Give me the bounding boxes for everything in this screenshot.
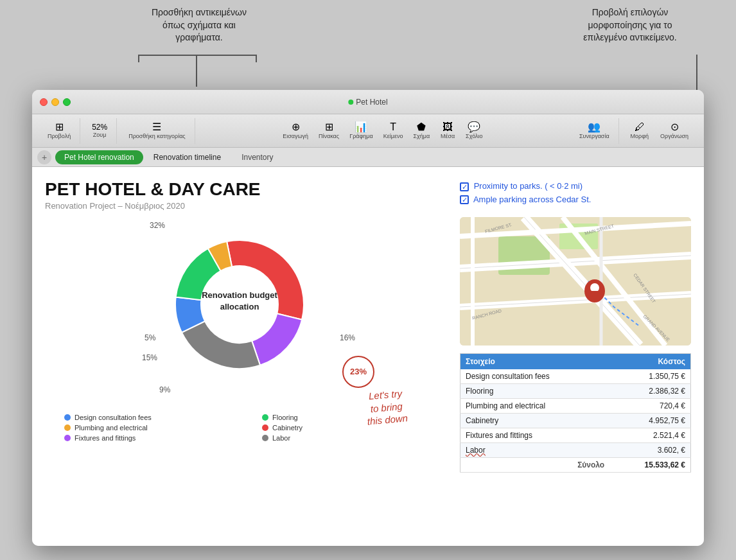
view-icon: ⊞ [55, 122, 64, 132]
table-cell-item: Fixtures and fittings [460, 428, 610, 442]
toolbar-center-group: ⊕ Εισαγωγή ⊞ Πίνακας 📊 Γράφημα T Κείμενο… [277, 120, 487, 141]
format-icon: 🖊 [635, 122, 645, 132]
shape-button[interactable]: ⬟ Σχήμα [408, 120, 435, 141]
table-cell-cost: 2.521,4 € [609, 428, 690, 442]
app-window: Pet Hotel ⊞ Προβολή 52% Ζουμ ☰ Προσθήκη … [32, 90, 704, 546]
text-icon: T [390, 122, 396, 132]
legend-item: Design consultation fees [64, 414, 249, 421]
donut-chart: 32% 5% 15% 9% 16% 23% Let's try to bring… [137, 221, 355, 401]
table-cell-cost: 4.952,75 € [609, 413, 690, 428]
window-title-area: Pet Hotel [348, 98, 387, 107]
table-button[interactable]: ⊞ Πίνακας [313, 120, 344, 141]
table-cell-item: Design consultation fees [460, 369, 610, 384]
tab-pet-hotel-renovation[interactable]: Pet Hotel renovation [55, 150, 143, 164]
left-panel: PET HOTEL & DAY CARE Renovation Project … [45, 180, 447, 533]
col-header-cost: Κόστος [609, 353, 690, 369]
comment-icon: 💬 [468, 122, 480, 132]
table-cell-item: Plumbing and electrical [460, 398, 610, 413]
titlebar: Pet Hotel [32, 90, 704, 114]
budget-table: Στοιχείο Κόστος Design consultation fees… [460, 353, 691, 473]
annotation-text: Let's try to bring this down [364, 387, 408, 428]
svg-point-21 [590, 283, 599, 292]
pct-5: 5% [145, 333, 155, 342]
total-value: 15.533,62 € [609, 457, 690, 472]
tabs-bar: + Pet Hotel renovation Renovation timeli… [32, 148, 704, 167]
col-header-item: Στοιχείο [460, 353, 610, 369]
collaborate-button[interactable]: 👥 Συνεργασία [574, 120, 615, 141]
callout-left: Προσθήκη αντικειμένων όπως σχήματα και γ… [135, 6, 263, 44]
legend-dot [262, 424, 268, 431]
add-category-icon: ☰ [152, 122, 161, 132]
legend-item: Labor [262, 434, 447, 442]
total-label: Σύνολο [460, 457, 610, 472]
insert-icon: ⊕ [292, 122, 300, 132]
toolbar-view-section: ⊞ Προβολή [39, 118, 80, 144]
legend-item: Flooring [262, 414, 447, 421]
table-row: Design consultation fees1.350,75 € [460, 369, 691, 384]
budget-table-container: Στοιχείο Κόστος Design consultation fees… [460, 353, 691, 473]
toolbar-format-section: 🖊 Μορφή ⊙ Οργάνωση [622, 118, 697, 144]
main-content: PET HOTEL & DAY CARE Renovation Project … [32, 167, 704, 546]
minimize-button[interactable] [51, 98, 59, 106]
table-row: Cabinetry4.952,75 € [460, 413, 691, 428]
zoom-button[interactable]: 52% Ζουμ [87, 121, 112, 140]
callout-bracket-line [138, 55, 257, 62]
media-icon: 🖼 [442, 122, 453, 132]
legend-dot [64, 424, 71, 431]
legend-dot [64, 414, 71, 421]
map-annotations: Proximity to parks. ( < 0·2 mi) Ample pa… [460, 180, 691, 207]
comment-button[interactable]: 💬 Σχόλιο [460, 120, 487, 141]
text-button[interactable]: T Κείμενο [378, 120, 408, 141]
table-cell-item: Labor [460, 442, 610, 457]
legend-dot [262, 435, 268, 441]
checkbox-2 [460, 195, 469, 204]
svg-text:allocation: allocation [220, 302, 259, 311]
zoom-icon: 52% [92, 123, 107, 131]
toolbar-zoom-section: 52% Ζουμ [83, 118, 117, 144]
tab-renovation-timeline[interactable]: Renovation timeline [143, 150, 231, 164]
add-tab-button[interactable]: + [37, 150, 51, 164]
view-button[interactable]: ⊞ Προβολή [42, 120, 76, 141]
pct-23: 23% [342, 356, 374, 388]
fullscreen-button[interactable] [63, 98, 71, 106]
chart-icon: 📊 [355, 122, 367, 132]
add-category-button[interactable]: ☰ Προσθήκη κατηγορίας [123, 120, 191, 141]
table-cell-cost: 3.602, € [609, 442, 690, 457]
table-row: Flooring2.386,32 € [460, 383, 691, 398]
organize-button[interactable]: ⊙ Οργάνωση [655, 120, 694, 141]
close-button[interactable] [40, 98, 48, 106]
chart-container: 32% 5% 15% 9% 16% 23% Let's try to bring… [45, 221, 447, 533]
pct-16: 16% [340, 333, 355, 342]
insert-button[interactable]: ⊕ Εισαγωγή [277, 120, 313, 141]
chart-button[interactable]: 📊 Γράφημα [344, 120, 378, 141]
tab-inventory[interactable]: Inventory [231, 150, 283, 164]
document-title: PET HOTEL & DAY CARE [45, 180, 447, 200]
document-subtitle: Renovation Project – Νοέμβριος 2020 [45, 201, 447, 211]
right-panel: Proximity to parks. ( < 0·2 mi) Ample pa… [460, 180, 691, 533]
map-image: FILMORE ST. MAIN STREET CEDAR STREET RAN… [460, 217, 691, 346]
total-row: Σύνολο 15.533,62 € [460, 457, 691, 472]
toolbar: ⊞ Προβολή 52% Ζουμ ☰ Προσθήκη κατηγορίας… [32, 114, 704, 148]
annotation-1: Proximity to parks. ( < 0·2 mi) [460, 180, 691, 193]
table-cell-cost: 720,4 € [609, 398, 690, 413]
legend-dot [64, 435, 71, 441]
legend-item: Cabinetry [262, 424, 447, 432]
table-row: Plumbing and electrical720,4 € [460, 398, 691, 413]
callout-right: Προβολή επιλογών μορφοποίησης για το επι… [563, 6, 697, 44]
table-header-row: Στοιχείο Κόστος [460, 353, 691, 369]
map-svg: FILMORE ST. MAIN STREET CEDAR STREET RAN… [460, 217, 691, 346]
legend-item: Fixtures and fittings [64, 434, 249, 442]
shape-icon: ⬟ [417, 122, 426, 132]
legend-item: Plumbing and electrical [64, 424, 249, 432]
format-button[interactable]: 🖊 Μορφή [626, 120, 654, 141]
media-button[interactable]: 🖼 Μέσα [435, 120, 460, 141]
window-title: Pet Hotel [356, 98, 387, 107]
callout-line-left [196, 55, 197, 87]
traffic-lights [40, 98, 71, 106]
table-row: Fixtures and fittings2.521,4 € [460, 428, 691, 442]
annotation-2: Ample parking across Cedar St. [460, 193, 691, 207]
table-cell-cost: 1.350,75 € [609, 369, 690, 384]
legend-dot [262, 414, 268, 421]
svg-text:Renovation budget: Renovation budget [202, 290, 277, 300]
collaborate-icon: 👥 [588, 122, 600, 132]
